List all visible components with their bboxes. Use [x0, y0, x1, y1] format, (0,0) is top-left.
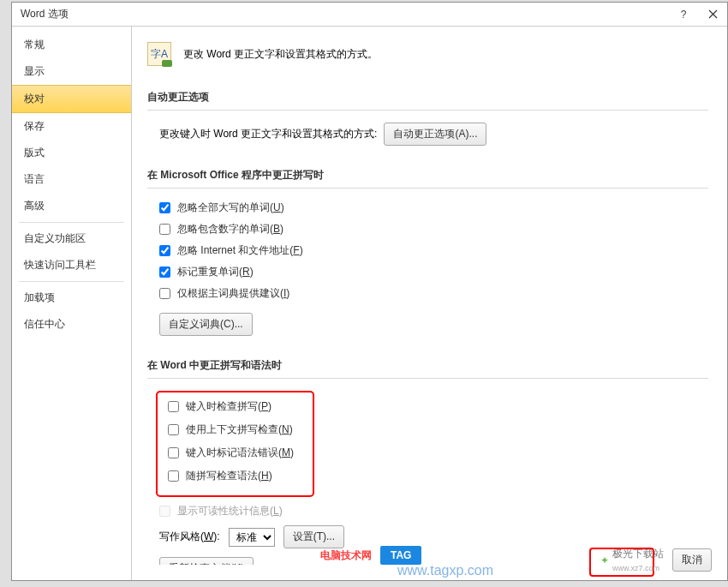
- sidebar-item-addins[interactable]: 加载项: [12, 285, 131, 311]
- star-icon: ✦: [600, 554, 609, 566]
- content-area: 常规 显示 校对 保存 版式 语言 高级 自定义功能区 快速访问工具栏 加载项 …: [12, 27, 727, 580]
- sidebar-item-save[interactable]: 保存: [12, 113, 131, 140]
- proofing-icon: 字A: [147, 42, 171, 66]
- check-spell-as-type[interactable]: [168, 401, 179, 412]
- writing-style-label: 写作风格(W):: [159, 530, 220, 544]
- sidebar-item-advanced[interactable]: 高级: [12, 193, 131, 219]
- recheck-document-button[interactable]: 重新检查文档(K): [159, 557, 254, 565]
- highlighted-options-box: 键入时检查拼写(P) 使用上下文拼写检查(N) 键入时标记语法错误(M) 随拼写…: [156, 391, 314, 497]
- sidebar-item-customize-ribbon[interactable]: 自定义功能区: [12, 225, 131, 252]
- close-icon: [708, 9, 718, 19]
- dialog-title: Word 选项: [21, 7, 669, 21]
- dialog-footer: ✦ 极光下载站 www.xz7.com 取消: [600, 547, 712, 573]
- check-ignore-numbers-label: 忽略包含数字的单词(B): [177, 222, 283, 237]
- check-grammar-as-type[interactable]: [168, 447, 179, 458]
- check-contextual-spelling-label: 使用上下文拼写检查(N): [186, 422, 293, 437]
- check-ignore-internet-label: 忽略 Internet 和文件地址(F): [177, 243, 303, 258]
- check-ignore-numbers[interactable]: [159, 224, 170, 235]
- watermark-url: www.tagxp.com: [397, 563, 493, 578]
- section-word-spelling-body: 键入时检查拼写(P) 使用上下文拼写检查(N) 键入时标记语法错误(M) 随拼写…: [147, 391, 708, 565]
- main-scroll[interactable]: 字A 更改 Word 更正文字和设置其格式的方式。 自动更正选项 更改键入时 W…: [147, 42, 712, 565]
- sidebar-item-layout[interactable]: 版式: [12, 140, 131, 166]
- titlebar: Word 选项 ?: [12, 3, 727, 27]
- check-mark-repeated[interactable]: [159, 267, 170, 278]
- small-watermark: ✦ 极光下载站 www.xz7.com: [600, 547, 664, 573]
- check-spell-as-type-label: 键入时检查拼写(P): [186, 399, 272, 414]
- check-grammar-as-type-label: 键入时标记语法错误(M): [186, 446, 294, 460]
- sidebar-item-language[interactable]: 语言: [12, 166, 131, 193]
- sidebar: 常规 显示 校对 保存 版式 语言 高级 自定义功能区 快速访问工具栏 加载项 …: [12, 27, 132, 580]
- check-ignore-internet[interactable]: [159, 245, 170, 256]
- main-panel: 字A 更改 Word 更正文字和设置其格式的方式。 自动更正选项 更改键入时 W…: [132, 27, 727, 580]
- section-office-spelling-header: 在 Microsoft Office 程序中更正拼写时: [147, 163, 708, 189]
- close-button[interactable]: [698, 3, 727, 27]
- check-readability-stats: [159, 506, 170, 517]
- autocorrect-options-button[interactable]: 自动更正选项(A)...: [384, 123, 486, 146]
- sidebar-separator: [19, 222, 124, 223]
- sidebar-item-display[interactable]: 显示: [12, 58, 131, 85]
- sidebar-item-proofing[interactable]: 校对: [12, 85, 131, 113]
- sidebar-item-quick-access[interactable]: 快速访问工具栏: [12, 252, 131, 279]
- check-main-dict-only[interactable]: [159, 288, 170, 299]
- check-contextual-spelling[interactable]: [168, 424, 179, 435]
- page-subtitle: 更改 Word 更正文字和设置其格式的方式。: [183, 47, 378, 62]
- check-grammar-with-spelling-label: 随拼写检查语法(H): [186, 469, 272, 483]
- section-office-spelling-body: 忽略全部大写的单词(U) 忽略包含数字的单词(B) 忽略 Internet 和文…: [147, 201, 708, 336]
- cancel-button[interactable]: 取消: [672, 548, 712, 572]
- check-ignore-uppercase[interactable]: [159, 202, 170, 213]
- autocorrect-desc: 更改键入时 Word 更正文字和设置其格式的方式:: [159, 127, 377, 141]
- writing-style-select[interactable]: 标准: [229, 528, 275, 547]
- custom-dictionaries-button[interactable]: 自定义词典(C)...: [159, 313, 253, 336]
- page-header: 字A 更改 Word 更正文字和设置其格式的方式。: [147, 42, 708, 66]
- check-ignore-uppercase-label: 忽略全部大写的单词(U): [177, 201, 284, 215]
- help-button[interactable]: ?: [669, 3, 698, 27]
- sidebar-separator: [19, 281, 124, 282]
- section-word-spelling-header: 在 Word 中更正拼写和语法时: [147, 353, 708, 379]
- section-autocorrect-body: 更改键入时 Word 更正文字和设置其格式的方式: 自动更正选项(A)...: [147, 123, 708, 146]
- word-options-dialog: Word 选项 ? 常规 显示 校对 保存 版式 语言 高级 自定义功能区 快速…: [11, 2, 728, 581]
- check-readability-stats-label: 显示可读性统计信息(L): [177, 504, 283, 518]
- check-main-dict-only-label: 仅根据主词典提供建议(I): [177, 286, 289, 301]
- check-grammar-with-spelling[interactable]: [168, 470, 179, 482]
- sidebar-item-trust-center[interactable]: 信任中心: [12, 311, 131, 338]
- check-mark-repeated-label: 标记重复单词(R): [177, 265, 254, 279]
- section-autocorrect-header: 自动更正选项: [147, 85, 708, 111]
- settings-button[interactable]: 设置(T)...: [283, 525, 344, 548]
- sidebar-item-general[interactable]: 常规: [12, 32, 131, 58]
